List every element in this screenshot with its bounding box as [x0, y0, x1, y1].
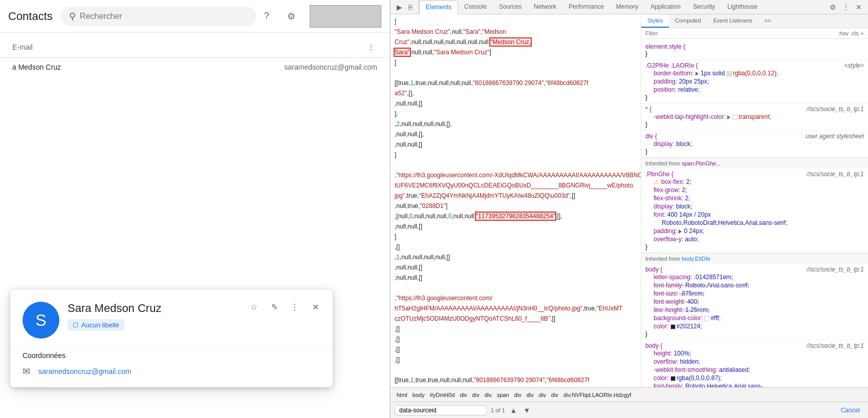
style-rule-g2pfhe: .G2PfHe .LAORIe { <style> border-bottom:… — [641, 60, 868, 103]
devtools-panel: ▶ ⎘ Elements Console Sources Network Per… — [390, 0, 868, 418]
devtools-main: ] "Sara Medson Cruz",null,"Sara","Medson… — [390, 14, 868, 387]
find-input[interactable] — [395, 405, 487, 415]
code-line: [[true,1,true,true,null,null,null,"80188… — [390, 375, 641, 385]
rule-selector: * { //scs/socie_ts_b_tp:1 — [645, 106, 864, 113]
breadcrumb-div2[interactable]: div — [470, 391, 482, 399]
find-prev-button[interactable]: ▲ — [509, 405, 518, 415]
list-header: E-mail ⋮ — [0, 33, 389, 58]
style-prop: Roboto,RobotoDraft,Helvetica,Arial,sans-… — [645, 219, 864, 227]
inspect-icon[interactable]: ▶ — [395, 2, 404, 12]
breadcrumb-html[interactable]: html — [395, 391, 409, 399]
style-prop: color: rgba(0,0,0,0.87); — [645, 374, 864, 382]
settings-devtools-button[interactable]: ⚙ — [828, 2, 838, 12]
edit-button[interactable]: ✎ — [265, 298, 284, 316]
styles-filter-input[interactable] — [645, 30, 834, 36]
contact-row[interactable]: a Medson Cruz saramedsoncruz@gmail.com — [0, 58, 389, 76]
breadcrumb-ydmh0d[interactable]: #yDmH0d — [428, 391, 457, 399]
contact-name: a Medson Cruz — [12, 63, 285, 71]
devtools-breadcrumb: html body #yDmH0d div div div span div d… — [390, 387, 868, 402]
style-rule-body1: body { //scs/socie_ts_b_tp:1 letter-spac… — [641, 264, 868, 340]
styles-filter-actions: :hov .cls + — [838, 30, 864, 36]
style-prop: flex-grow: 2; — [645, 186, 864, 194]
code-line: jpg",true,"EhA2ZjQ4YmNkNjA4MjdmYTUyKAIw4… — [390, 191, 641, 201]
style-prop: height: 100%; — [645, 349, 864, 358]
breadcrumb-class[interactable]: div.NVFbjd.LAORIe.Hdzgyf — [561, 391, 633, 399]
breadcrumb-div5[interactable]: div — [525, 391, 536, 399]
rule-selector: .PbnGhe { //scs/socie_ts_b_tp:1 — [645, 171, 864, 178]
styles-filter-bar: :hov .cls + — [641, 28, 868, 39]
code-line: ] — [390, 57, 641, 68]
rule-close: } — [645, 121, 864, 128]
breadcrumb-body[interactable]: body — [410, 391, 427, 399]
tab-more[interactable]: >> — [758, 14, 777, 28]
style-rule-div: div { user agent stylesheet display: blo… — [641, 131, 868, 158]
code-line: ,"https://lh3.googleusercontent.com/-XdU… — [390, 170, 641, 180]
code-line — [390, 365, 641, 375]
more-button[interactable]: ⋮ — [286, 298, 304, 316]
popup-email-link[interactable]: saramedsoncruz@gmail.com — [38, 367, 132, 375]
tab-lighthouse[interactable]: Lighthouse — [721, 0, 764, 14]
code-line: ] — [390, 150, 641, 160]
code-line: ,null,null,[], — [390, 129, 641, 139]
breadcrumb-div6[interactable]: div — [537, 391, 548, 399]
more-devtools-button[interactable]: ⋮ — [840, 2, 852, 12]
code-line: ] — [390, 232, 641, 242]
tab-application[interactable]: Application — [644, 0, 687, 14]
close-devtools-button[interactable]: ✕ — [854, 2, 864, 12]
tab-styles[interactable]: Styles — [641, 14, 669, 28]
style-prop: flex-shrink: 2; — [645, 194, 864, 202]
code-line: a52",[], — [390, 88, 641, 98]
breadcrumb-span[interactable]: span — [495, 391, 511, 399]
style-prop: color: #202124; — [645, 322, 864, 330]
settings-button[interactable]: ⚙ — [281, 6, 301, 27]
popup-label-tag: ☐ Aucun libellé — [68, 319, 124, 331]
style-prop: border-bottom: 1px solid rgba(0,0,0,0.12… — [645, 69, 864, 77]
code-line: ,"https://lh3.googleusercontent.com/ — [390, 293, 641, 303]
devtools-left-icons: ▶ ⎘ — [390, 0, 419, 14]
help-button[interactable]: ? — [256, 6, 277, 27]
tab-performance[interactable]: Performance — [562, 0, 610, 14]
code-line: ,[] — [390, 334, 641, 344]
breadcrumb-div3[interactable]: div — [483, 391, 494, 399]
tab-security[interactable]: Security — [687, 0, 721, 14]
style-rule-star: * { //scs/socie_ts_b_tp:1 -webkit-tap-hi… — [641, 103, 868, 131]
tab-network[interactable]: Network — [528, 0, 562, 14]
code-line: ,null,null,[] — [390, 221, 641, 232]
code-line: ,null,null,[] — [390, 98, 641, 109]
breadcrumb-div7[interactable]: div — [549, 391, 560, 399]
tab-event-listeners[interactable]: Event Listeners — [707, 14, 758, 28]
tab-sources[interactable]: Sources — [493, 0, 528, 14]
style-prop: font-family: Roboto,Helvetica,Arial,sans… — [645, 382, 864, 387]
rule-selector: body { //scs/socie_ts_b_tp:1 — [645, 342, 864, 349]
tab-console[interactable]: Console — [458, 0, 493, 14]
elements-panel[interactable]: ] "Sara Medson Cruz",null,"Sara","Medson… — [390, 14, 641, 387]
pseudo-filter[interactable]: :hov .cls — [838, 30, 858, 36]
close-popup-button[interactable]: ✕ — [306, 298, 324, 316]
rule-close: } — [645, 243, 864, 250]
device-toggle-icon[interactable]: ⎘ — [406, 2, 415, 12]
style-prop: font-family: Roboto,Arial,sans-serif; — [645, 281, 864, 289]
tab-elements[interactable]: Elements — [419, 1, 458, 14]
breadcrumb-div4[interactable]: div — [512, 391, 524, 399]
more-options-button[interactable]: ⋮ — [365, 41, 377, 53]
popup-actions: ☆ ✎ ⋮ ✕ — [245, 298, 324, 316]
breadcrumb-div1[interactable]: div — [458, 391, 469, 399]
code-line: ,null,null,[] — [390, 262, 641, 273]
contacts-header: Contacts ⚲ ? ⚙ — [0, 0, 389, 33]
style-prop: position: relative; — [645, 86, 864, 94]
code-line: ,[null,0,null,null,null,0,null,null,"117… — [390, 211, 641, 221]
email-column-label: E-mail — [12, 43, 33, 51]
search-input[interactable] — [80, 12, 248, 21]
find-cancel-button[interactable]: Cancel — [837, 406, 864, 415]
find-next-button[interactable]: ▼ — [522, 405, 531, 415]
tab-computed[interactable]: Computed — [669, 14, 707, 28]
devtools-find-bar: 1 of 1 ▲ ▼ Cancel — [390, 402, 868, 418]
devtools-toolbar: ▶ ⎘ Elements Console Sources Network Per… — [390, 0, 868, 14]
star-button[interactable]: ☆ — [245, 298, 263, 316]
add-style-icon[interactable]: + — [861, 30, 864, 36]
popup-avatar: S — [23, 302, 59, 339]
code-line: Sara",null,null,"Sara Medson Cruz"] — [390, 47, 641, 57]
inherited-span-header: Inherited from span.PbnGhe... — [641, 158, 868, 169]
tab-memory[interactable]: Memory — [610, 0, 644, 14]
search-bar[interactable]: ⚲ — [61, 7, 256, 26]
